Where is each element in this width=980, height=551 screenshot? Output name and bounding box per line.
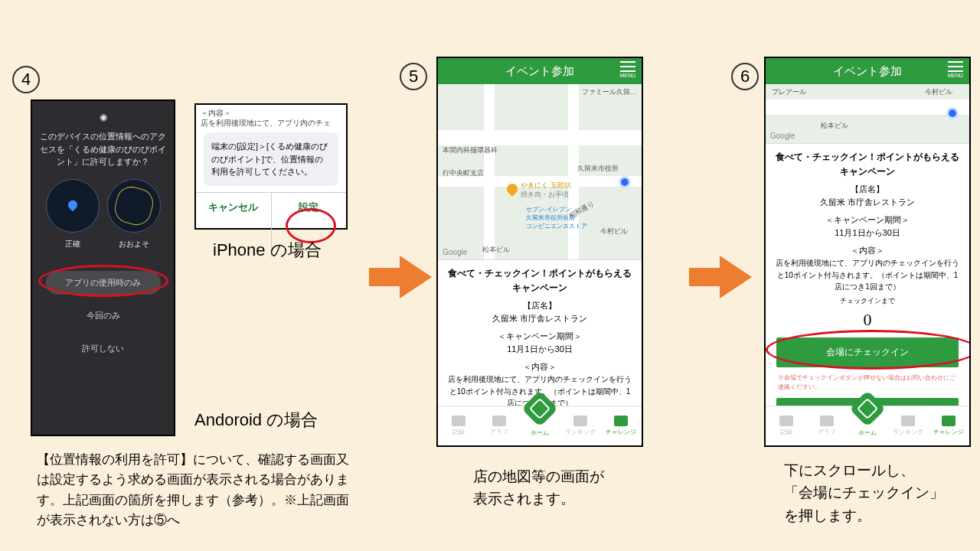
event-detail[interactable]: 食べて・チェックイン！ポイントがもらえるキャンペーン 【店名】 久留米 市庁舎レ… <box>438 260 642 406</box>
iphone-dialog-body: 端末の[設定]＞[くるめ健康のびのびポイント]で、位置情報の利用を許可してくださ… <box>204 132 338 186</box>
current-location-icon <box>619 176 631 188</box>
google-logo: Google <box>443 248 467 256</box>
location-pin-icon: ◉ <box>100 112 107 122</box>
step-number-5: 5 <box>400 63 427 90</box>
period-label: ＜キャンペーン期間＞ <box>773 214 962 227</box>
map-poi: 今村ビル <box>925 87 952 97</box>
tab-graph[interactable]: グラフ <box>806 406 847 445</box>
hamburger-icon <box>620 61 635 72</box>
arrow-icon <box>720 256 752 298</box>
until-label: チェックインまで <box>773 296 962 307</box>
tab-ranking[interactable]: ランキング <box>560 406 601 445</box>
bottom-tabs: 記録 グラフ ホーム ランキング チャレンジ <box>766 406 969 445</box>
tab-record[interactable]: 記録 <box>438 406 479 445</box>
tab-challenge[interactable]: チャレンジ <box>929 406 969 445</box>
event-detail[interactable]: 食べて・チェックイン！ポイントがもらえるキャンペーン 【店名】 久留米 市庁舎レ… <box>766 144 969 406</box>
tab-challenge[interactable]: チャレンジ <box>601 406 642 445</box>
android-case-label: Andoroid の場合 <box>194 409 318 432</box>
tab-home[interactable]: ホーム <box>519 406 560 445</box>
approx-label: おおよそ <box>107 239 161 249</box>
precise-label: 正確 <box>46 239 100 249</box>
map-area[interactable]: プレアール 今村ビル 松本ビル Google <box>766 84 969 144</box>
android-dialog-message: このデバイスの位置情報へのアクセスを「くるめ健康のびのびポイント」に許可しますか… <box>40 130 166 168</box>
approx-map-icon[interactable] <box>107 179 161 233</box>
menu-button[interactable]: MENU <box>947 61 963 78</box>
map-poi: 松本ビル <box>482 245 510 255</box>
app-header: イベント参加 MENU <box>438 58 642 84</box>
map-poi: 焼き肉・お手頃 <box>521 190 569 200</box>
tab-ranking[interactable]: ランキング <box>888 406 929 445</box>
period-value: 11月1日から30日 <box>773 227 962 240</box>
tab-home[interactable]: ホーム <box>847 406 887 445</box>
arrow-icon <box>400 256 432 298</box>
pencil-icon <box>779 416 793 426</box>
trophy-icon <box>942 416 956 426</box>
step-number-4: 4 <box>12 66 40 93</box>
allow-while-using-button[interactable]: アプリの使用時のみ <box>46 271 161 295</box>
shop-name: 久留米 市庁舎レストラン <box>446 312 634 325</box>
map-area[interactable]: ファミール久留… 本間内科循環器科 行中央町支店 久留米市役所 やきにく 五郎坊… <box>438 84 642 260</box>
map-poi: 今村ビル <box>600 227 628 236</box>
period-label: ＜キャンペーン期間＞ <box>446 330 634 343</box>
google-logo: Google <box>770 132 795 140</box>
map-poi: ファミール久留… <box>582 87 637 97</box>
current-location-icon <box>946 107 959 119</box>
graph-icon <box>492 416 506 426</box>
period-value: 11月1日から30日 <box>446 343 634 356</box>
countdown-value: 0 <box>773 307 962 333</box>
tab-record[interactable]: 記録 <box>766 406 806 445</box>
crown-icon <box>901 416 915 426</box>
campaign-title: 食べて・チェックイン！ポイントがもらえるキャンペーン <box>773 150 962 178</box>
checkin-button[interactable]: 会場にチェックイン <box>776 337 959 367</box>
crown-icon <box>573 416 587 426</box>
shop-label: 【店名】 <box>446 299 634 312</box>
map-poi: 行中央町支店 <box>443 168 484 178</box>
checkin-note: ※会場でチェックインボタンが押せない場合はお問い合わせにご連絡ください。 <box>773 372 962 394</box>
step5-caption: 店の地図等の画面が 表示されます。 <box>473 465 604 510</box>
trophy-icon <box>614 416 628 426</box>
content-label: ＜内容＞ <box>446 360 634 373</box>
bottom-tabs: 記録 グラフ ホーム ランキング チャレンジ <box>438 406 642 445</box>
pencil-icon <box>452 416 466 426</box>
app-header: イベント参加 MENU <box>766 58 969 84</box>
campaign-title: 食べて・チェックイン！ポイントがもらえるキャンペーン <box>446 266 634 295</box>
map-poi: 本間内科循環器科 <box>443 145 498 155</box>
accuracy-options <box>46 179 161 233</box>
content-label: ＜内容＞ <box>773 244 962 257</box>
iphone-dialog-header: ＜内容＞ 店を利用後現地にて、アプリ内のチェ <box>196 105 346 128</box>
step4-caption: 【位置情報の利用を許可】について、確認する画面又は設定するよう求める画面が表示さ… <box>37 450 358 530</box>
map-poi: 松本ビル <box>821 121 848 131</box>
shop-name: 久留米 市庁舎レストラン <box>773 196 962 209</box>
map-poi: プレアール <box>772 87 806 97</box>
app-title: イベント参加 <box>505 64 574 79</box>
iphone-case-label: iPhone の場合 <box>213 239 322 262</box>
graph-icon <box>820 416 834 426</box>
phone-screen-5: イベント参加 MENU ファミール久留… 本間内科循環器科 行中央町支店 久留米… <box>436 57 643 447</box>
menu-button[interactable]: MENU <box>619 61 635 78</box>
tab-graph[interactable]: グラフ <box>479 406 519 445</box>
precise-map-icon[interactable] <box>46 179 100 233</box>
app-title: イベント参加 <box>833 64 902 79</box>
android-location-dialog: ◉ このデバイスの位置情報へのアクセスを「くるめ健康のびのびポイント」に許可しま… <box>31 99 175 436</box>
iphone-location-dialog: ＜内容＞ 店を利用後現地にて、アプリ内のチェ 端末の[設定]＞[くるめ健康のびの… <box>194 103 348 230</box>
step6-caption: 下にスクロールし、 「会場にチェックイン」 を押します。 <box>784 459 944 527</box>
allow-once-button[interactable]: 今回のみ <box>46 304 161 328</box>
phone-screen-6: イベント参加 MENU プレアール 今村ビル 松本ビル Google 食べて・チ… <box>764 57 971 447</box>
shop-label: 【店名】 <box>773 183 962 196</box>
deny-button[interactable]: 許可しない <box>46 337 161 360</box>
hamburger-icon <box>948 61 963 72</box>
highlight-oval <box>286 208 336 243</box>
step-number-6: 6 <box>731 63 759 90</box>
map-poi: 久留米市役所 <box>577 164 619 174</box>
content-text: 店を利用後現地にて、アプリ内のチェックインを行うと10ポイント付与されます。（ポ… <box>773 257 962 293</box>
